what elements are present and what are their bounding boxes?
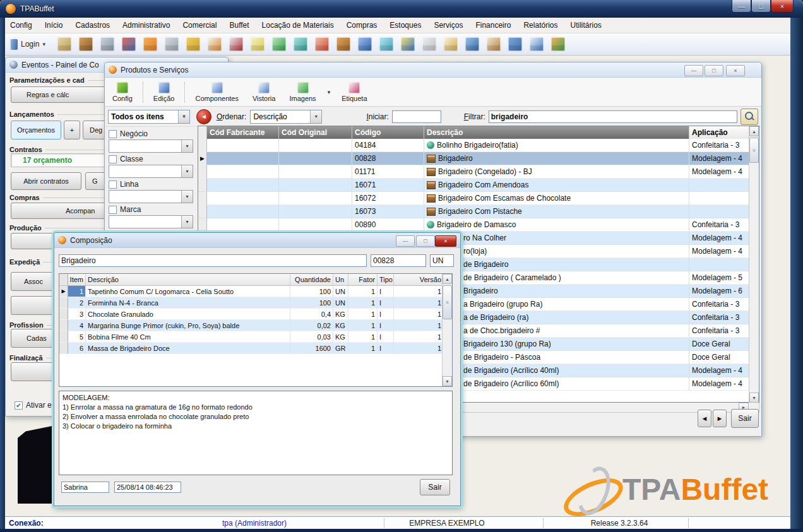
orcamentos-button[interactable]: Orçamentos [11, 121, 61, 139]
table-row[interactable]: 00890Brigadeiro de DamascoConfeitaria - … [198, 218, 759, 232]
menu-item-loca-o-de-materiais[interactable]: Locação de Materiais [256, 18, 340, 33]
abrir-contratos-button[interactable]: Abrir contratos [11, 172, 81, 190]
scroll-thumb[interactable]: ≡ [443, 285, 452, 319]
datetime-field[interactable]: 25/08/14 08:46:23 [114, 482, 181, 493]
produtos-maximize-button[interactable]: □ [705, 65, 723, 76]
grid-arrow-icon[interactable] [315, 37, 329, 51]
book-blue-icon[interactable] [358, 37, 372, 51]
column-header-c-d-fabricante[interactable]: Cód Fabricante [207, 126, 279, 139]
imagens-dropdown-icon[interactable]: ▾ [326, 89, 332, 95]
ruler-pencil-icon[interactable] [401, 37, 415, 51]
composicao-row[interactable]: 4Margarina Bunge Primor (cukin, Pro, Soy… [59, 320, 452, 331]
menu-item-config[interactable]: Config [4, 18, 39, 33]
composicao-maximize-button[interactable]: □ [416, 235, 435, 247]
checkbox-marca[interactable] [109, 206, 117, 214]
composicao-row[interactable]: 6Massa de Brigadeiro Doce1600GR1I1 [59, 343, 452, 354]
scroll-thumb[interactable]: ≡ [749, 138, 759, 163]
book-open-icon[interactable] [379, 37, 393, 51]
config-button[interactable]: Config [109, 81, 136, 103]
table-row[interactable]: 04184Bolinho Brigadeiro(fatia)Confeitari… [198, 139, 759, 152]
iniciar-input[interactable] [392, 110, 441, 123]
etiqueta-button[interactable]: Etiqueta [338, 81, 371, 103]
table-row[interactable]: 16073Brigadeiro Com Pistache [198, 205, 759, 218]
table-export-icon[interactable] [551, 37, 565, 51]
composicao-sair-button[interactable]: Sair [420, 479, 450, 495]
combo-marca[interactable]: ▾ [109, 215, 193, 228]
edi-o-button[interactable]: Edição [150, 81, 179, 103]
ordenar-combo[interactable]: Descrição ▾ [250, 110, 322, 124]
menu-item-in-cio[interactable]: Início [39, 18, 69, 33]
modelagem-notes[interactable]: MODELAGEM: 1) Enrrolar a massa na gramat… [59, 391, 453, 475]
login-button[interactable]: Login ▾ [5, 37, 50, 52]
doc-green-icon[interactable] [272, 37, 286, 51]
calendar-day-icon[interactable] [487, 37, 501, 51]
composicao-row[interactable]: 5Bobina Filme 40 Cm0,03KG1I1 [59, 331, 452, 343]
clear-filter-button[interactable]: ◄ [196, 109, 211, 124]
minimize-button[interactable]: — [732, 0, 751, 13]
scroll-up-button[interactable]: ▲ [749, 126, 759, 136]
filtrar-input[interactable]: brigadeiro [489, 110, 737, 123]
table-row[interactable]: 16071Brigadeiro Com Amendoas [198, 179, 759, 192]
note-teal-icon[interactable] [294, 37, 307, 51]
calc-table-icon[interactable] [465, 37, 479, 51]
checkbox-neg-cio[interactable] [109, 130, 117, 138]
imagens-button[interactable]: Imagens [285, 81, 319, 103]
composicao-titlebar[interactable]: Composição — □ × [54, 233, 460, 248]
next-record-button[interactable]: ► [713, 410, 727, 427]
produtos-close-button[interactable]: × [726, 65, 745, 76]
mail-open-icon[interactable] [444, 37, 458, 51]
column-header-descri-o[interactable]: Descrição [424, 126, 689, 139]
column-header-c-d-original[interactable]: Cód Original [279, 126, 352, 139]
users-icon[interactable] [122, 37, 136, 51]
menu-item-financeiro[interactable]: Financeiro [469, 18, 517, 33]
menu-item-administrativo[interactable]: Administrativo [116, 18, 176, 33]
scope-combo[interactable]: Todos os itens ▾ [108, 110, 190, 124]
coins-icon[interactable] [186, 37, 200, 51]
menu-item-buffet[interactable]: Buffet [223, 18, 255, 33]
menu-item-compras[interactable]: Compras [340, 18, 384, 33]
menu-item-servi-os[interactable]: Serviços [427, 18, 469, 33]
scroll-up-button[interactable]: ▲ [443, 274, 452, 284]
checkbox-linha[interactable] [109, 180, 117, 189]
produtos-titlebar[interactable]: Produtos e Serviços — □ × [105, 62, 761, 78]
briefcase-icon[interactable] [336, 37, 350, 51]
combo-neg-cio[interactable]: ▾ [109, 139, 193, 153]
menu-item-utilit-rios[interactable]: Utilitários [564, 18, 607, 33]
edit-doc-icon[interactable] [530, 37, 544, 51]
table-row[interactable]: ▶00828BrigadeiroModelagem - 4 [198, 152, 759, 165]
user-add-icon[interactable] [508, 37, 522, 51]
composicao-row[interactable]: 2Forminha N-4 - Branca100UN1I1 [59, 297, 452, 309]
maximize-button[interactable]: □ [751, 0, 771, 13]
table-row[interactable]: 01171Brigadeiro (Congelado) - BJModelage… [198, 165, 759, 179]
menu-item-relat-rios[interactable]: Relatórios [517, 18, 564, 33]
menu-item-cadastros[interactable]: Cadastros [69, 18, 116, 33]
produto-codigo-field[interactable]: 00828 [371, 254, 426, 267]
composicao-row[interactable]: 3Chocolate Granulado0,4KG1I1 [59, 309, 452, 320]
combo-classe[interactable]: ▾ [109, 165, 193, 178]
prev-record-button[interactable]: ◄ [698, 410, 711, 427]
copy-pages-icon[interactable] [208, 37, 222, 51]
composicao-row[interactable]: ▶1Tapetinho Comum C/ Logomarca - Celia S… [59, 286, 452, 297]
tools-icon[interactable] [100, 37, 114, 51]
produtos-sair-button[interactable]: Sair [731, 409, 759, 428]
ativar-checkbox[interactable]: ✔ [15, 401, 23, 410]
produto-descricao-field[interactable]: Brigadeiro [59, 254, 367, 267]
phone-icon[interactable] [165, 37, 179, 51]
produto-unidade-field[interactable]: UN [430, 254, 454, 267]
usuario-field[interactable]: Sabrina [61, 482, 109, 493]
composicao-minimize-button[interactable]: — [396, 235, 415, 247]
search-button[interactable] [741, 109, 758, 125]
print-icon[interactable] [57, 37, 71, 51]
componentes-button[interactable]: Componentes [191, 81, 242, 103]
archive-box-icon[interactable] [79, 37, 93, 51]
scroll-down-button[interactable]: ▼ [749, 393, 759, 403]
checklist-icon[interactable] [229, 37, 243, 51]
column-header-c-digo[interactable]: Código [352, 126, 424, 139]
table-row[interactable]: 16072Brigadeiro Com Escamas de Chocolate [198, 192, 759, 205]
vistoria-button[interactable]: Vistoria [249, 81, 279, 103]
menu-item-estoques[interactable]: Estoques [383, 18, 427, 33]
composicao-close-button[interactable]: × [435, 235, 456, 247]
produtos-minimize-button[interactable]: — [684, 65, 703, 76]
card-icon[interactable] [422, 37, 436, 51]
close-button[interactable]: × [771, 0, 794, 13]
